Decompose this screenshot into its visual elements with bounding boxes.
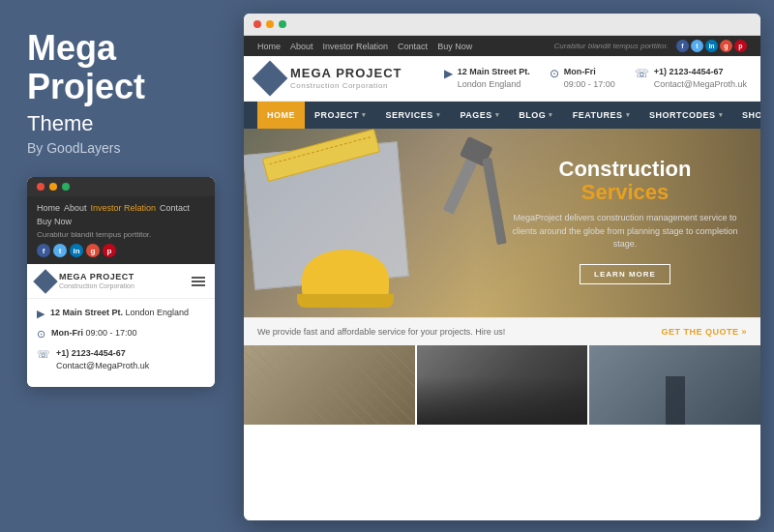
location-icon: ▶ — [37, 308, 45, 320]
mobile-nav-contact[interactable]: Contact — [160, 203, 190, 213]
mobile-address-city: London England — [126, 308, 190, 317]
nav-shop[interactable]: SHOP ▾ — [732, 102, 760, 129]
topbar-social-pinterest[interactable]: p — [734, 40, 747, 52]
mobile-chrome-bar — [27, 177, 215, 196]
topbar-links: Home About Investor Relation Contact Buy… — [257, 42, 472, 51]
social-pinterest-icon[interactable]: p — [103, 244, 116, 257]
hero-title-line2: Services — [581, 180, 670, 204]
hamburger-icon[interactable] — [192, 277, 205, 286]
site-logo-name: MEGA PROJECT — [290, 66, 402, 81]
mobile-nav-links: Home About Investor Relation Contact Buy… — [37, 203, 205, 226]
contact-address-label: 12 Main Street Pt. — [458, 67, 530, 76]
mobile-hours-row: ⊙ Mon-Fri 09:00 - 17:00 — [37, 327, 205, 340]
mobile-social: f t in g p — [37, 244, 205, 257]
contact-address-city: London England — [458, 78, 530, 91]
quote-bar: We provide fast and affordable service f… — [244, 317, 760, 345]
hero-content: Construction Services MegaProject delive… — [509, 158, 741, 284]
hamburger-line — [192, 277, 205, 279]
hero-title-line1: Construction — [559, 157, 692, 181]
topbar-social-twitter[interactable]: t — [691, 40, 703, 52]
mobile-nav-about[interactable]: About — [64, 203, 87, 213]
quote-cta-button[interactable]: GET THE QUOTE » — [661, 327, 747, 337]
topbar-link-about[interactable]: About — [290, 42, 313, 51]
helmet-visual — [302, 250, 389, 308]
contact-phone-label: +1) 2123-4454-67 — [654, 67, 724, 76]
mobile-logo-corp: Construction Corporation — [59, 282, 134, 290]
mobile-hours-detail: 09:00 - 17:00 — [86, 328, 137, 338]
quote-text: We provide fast and affordable service f… — [257, 327, 505, 337]
social-linkedin-icon[interactable]: in — [70, 244, 83, 257]
mobile-tagline: Curabitur blandit tempus porttitor. — [37, 230, 205, 239]
nav-blog[interactable]: BLOG ▾ — [509, 102, 563, 129]
topbar-social-facebook[interactable]: f — [676, 40, 689, 52]
topbar-link-buy[interactable]: Buy Now — [437, 42, 472, 51]
contact-address: ▶ 12 Main Street Pt. London England — [444, 66, 530, 90]
contact-hours: ⊙ Mon-Fri 09:00 - 17:00 — [550, 66, 615, 90]
nav-arrow-pages: ▾ — [495, 111, 500, 119]
topbar-link-investor[interactable]: Investor Relation — [323, 42, 389, 51]
mobile-nav-investor[interactable]: Investor Relation — [91, 203, 157, 213]
nav-pages[interactable]: PAGES ▾ — [450, 102, 509, 129]
contact-phone-email: Contact@MegaProth.uk — [654, 78, 747, 91]
mobile-nav-home[interactable]: Home — [37, 203, 60, 213]
nav-arrow-blog: ▾ — [549, 111, 553, 119]
hours-icon: ⊙ — [550, 67, 559, 80]
gallery-item-3 — [589, 345, 760, 425]
site-nav: HOME PROJECT ▾ SERVICES ▾ PAGES ▾ BLOG ▾… — [244, 102, 760, 129]
topbar-social-google[interactable]: g — [720, 40, 732, 52]
gallery-item-2 — [417, 345, 588, 425]
mobile-phone-label: +1) 2123-4454-67 — [56, 348, 126, 358]
dot-green — [62, 183, 70, 191]
hero-section: Construction Services MegaProject delive… — [244, 129, 760, 317]
nav-shortcodes[interactable]: SHORTCODES ▾ — [640, 102, 732, 129]
site-logo: MEGA PROJECT Construction Corporation — [257, 66, 402, 91]
nav-arrow-shortcodes: ▾ — [719, 111, 724, 119]
topbar-link-home[interactable]: Home — [257, 42, 281, 51]
topbar-link-contact[interactable]: Contact — [398, 42, 428, 51]
phone-header-icon: ☏ — [635, 67, 649, 80]
hamburger-line — [192, 281, 205, 282]
browser-dot-yellow[interactable] — [266, 20, 274, 28]
mobile-phone-email: Contact@MegaProth.uk — [56, 361, 149, 370]
nav-items: HOME PROJECT ▾ SERVICES ▾ PAGES ▾ BLOG ▾… — [257, 102, 760, 129]
mobile-info: ▶ 12 Main Street Pt. London England ⊙ Mo… — [27, 299, 215, 386]
browser-window: Home About Investor Relation Contact Buy… — [244, 14, 760, 520]
nav-home[interactable]: HOME — [257, 102, 305, 129]
dot-red — [37, 183, 45, 191]
logo-shape-icon — [253, 61, 288, 97]
mobile-logo-name: MEGA PROJECT — [59, 272, 134, 282]
topbar-social-linkedin[interactable]: in — [705, 40, 718, 52]
site-topbar: Home About Investor Relation Contact Buy… — [244, 36, 760, 56]
mobile-address-label: 12 Main Street Pt. — [50, 308, 123, 317]
browser-dot-red[interactable] — [253, 20, 261, 28]
left-panel: MegaProject Theme By GoodLayers Home Abo… — [0, 0, 240, 532]
browser-dot-green[interactable] — [279, 20, 286, 28]
nav-project[interactable]: PROJECT ▾ — [305, 102, 376, 129]
browser-chrome — [244, 14, 760, 36]
social-facebook-icon[interactable]: f — [37, 244, 50, 257]
mobile-header: MEGA PROJECT Construction Corporation — [27, 264, 215, 299]
mobile-logo: MEGA PROJECT Construction Corporation — [37, 272, 134, 290]
nav-arrow-project: ▾ — [362, 111, 367, 119]
header-contact: ▶ 12 Main Street Pt. London England ⊙ Mo… — [444, 66, 747, 90]
clock-icon: ⊙ — [37, 328, 45, 340]
hamburger-line — [192, 284, 205, 286]
social-twitter-icon[interactable]: t — [53, 244, 67, 257]
phone-icon: ☏ — [37, 348, 50, 361]
topbar-social: f t in g p — [676, 40, 747, 52]
gallery-item-1 — [244, 345, 415, 425]
nav-features[interactable]: FEATURES ▾ — [563, 102, 640, 129]
mobile-nav-bar: Home About Investor Relation Contact Buy… — [27, 196, 215, 264]
topbar-right: Curabitur blandit tempus porttitor. f t … — [554, 40, 747, 52]
dot-yellow — [49, 183, 57, 191]
nav-arrow-features: ▾ — [626, 111, 631, 119]
hero-description: MegaProject delivers construction manage… — [509, 212, 741, 251]
hero-cta-button[interactable]: LEARN MORE — [580, 264, 670, 284]
theme-author: By GoodLayers — [27, 140, 213, 156]
logo-diamond-icon — [33, 269, 57, 293]
nav-services[interactable]: SERVICES ▾ — [376, 102, 451, 129]
mobile-phone-row: ☏ +1) 2123-4454-67 Contact@MegaProth.uk — [37, 347, 205, 371]
social-google-icon[interactable]: g — [86, 244, 100, 257]
topbar-tagline: Curabitur blandit tempus porttitor. — [554, 42, 669, 50]
mobile-nav-buy[interactable]: Buy Now — [37, 217, 72, 226]
